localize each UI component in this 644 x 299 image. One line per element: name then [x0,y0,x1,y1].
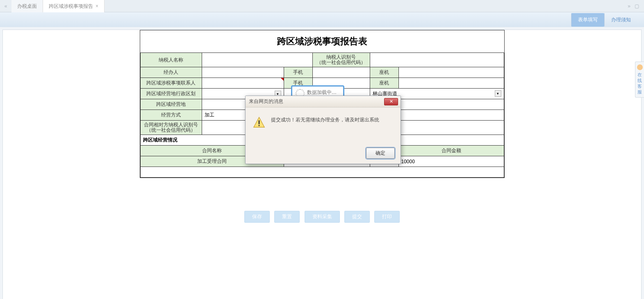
form-title: 跨区域涉税事项报告表 [140,30,504,52]
label-handler: 经办人 [140,67,202,78]
tab-label: 跨区域涉税事项报告 [49,0,93,12]
print-button[interactable]: 打印 [374,211,400,223]
label-counterpart-id: 合同相对方纳税人识别号 （统一社会信用代码） [140,121,202,135]
collect-button[interactable]: 资料采集 [305,211,340,223]
label-contact-landline: 座机 [370,78,398,89]
tab-scroll-right: » ▢ [623,3,644,9]
online-service-label: 在线客服 [636,72,643,95]
dialog-message: 提交成功！若无需继续办理业务，请及时退出系统 [271,116,379,123]
input-handler[interactable] [202,67,284,78]
main-content: 跨区域涉税事项报告表 纳税人名称 纳税人识别号 （统一社会信用代码） 经办人 手… [2,30,642,299]
reset-button[interactable]: 重置 [274,211,300,223]
top-tab-bar: « 办税桌面 跨区域涉税事项报告 × » ▢ [0,0,644,12]
tab-desktop[interactable]: 办税桌面 [11,0,43,12]
action-tab-row: 表单填写 办理须知 [0,12,644,27]
window-maximize-icon[interactable]: ▢ [635,3,639,9]
label-method: 经营方式 [140,110,202,121]
bottom-button-bar: 保存 重置 资料采集 提交 打印 [3,211,641,223]
dialog-body: 提交成功！若无需继续办理业务，请及时退出系统 [246,107,401,144]
tab-process-notice[interactable]: 办理须知 [604,13,637,27]
save-button[interactable]: 保存 [244,211,270,223]
loading-text: 数据加载中… [307,89,337,95]
chevron-down-icon: ▾ [495,90,501,97]
dialog-title: 来自网页的消息 [248,98,384,105]
input-taxpayer-id[interactable] [370,53,504,67]
label-handler-mobile: 手机 [284,67,312,78]
tab-scroll-right-icon[interactable]: » [628,3,630,9]
avatar-icon [637,64,643,70]
label-district: 跨区域经营地行政区划 [140,89,202,99]
input-contact-landline[interactable] [398,78,504,89]
input-handler-landline[interactable] [398,67,504,78]
online-service-button[interactable]: 在线客服 [635,62,644,98]
close-icon[interactable]: × [96,0,98,12]
empty-row [140,167,504,178]
warning-icon [253,116,265,130]
close-icon[interactable]: ✕ [384,98,398,105]
svg-rect-2 [259,125,260,126]
input-contact[interactable] [202,78,284,89]
cell-contract-amount[interactable]: 10000 [398,156,504,167]
tab-cross-region-report[interactable]: 跨区域涉税事项报告 × [43,0,105,12]
label-contract-amount: 合同金额 [398,146,504,156]
ok-button[interactable]: 确定 [366,148,395,159]
label-taxpayer-name: 纳税人名称 [140,53,202,67]
label-address: 跨区域经营地 [140,99,202,110]
input-taxpayer-name[interactable] [202,53,312,67]
label-taxpayer-id: 纳税人识别号 （统一社会信用代码） [312,53,370,67]
tab-label: 办税桌面 [17,0,37,12]
tab-scroll-left-icon[interactable]: « [0,3,11,9]
input-handler-mobile[interactable] [312,67,370,78]
dialog-footer: 确定 [246,144,401,164]
dialog-titlebar: 来自网页的消息 ✕ [246,96,401,107]
submit-button[interactable]: 提交 [344,211,370,223]
label-handler-landline: 座机 [370,67,398,78]
tab-form-fill[interactable]: 表单填写 [571,13,604,27]
svg-rect-1 [259,120,260,124]
label-contact: 跨区域涉税事项联系人 [140,78,202,89]
alert-dialog: 来自网页的消息 ✕ 提交成功！若无需继续办理业务，请及时退出系统 确定 [245,96,401,164]
